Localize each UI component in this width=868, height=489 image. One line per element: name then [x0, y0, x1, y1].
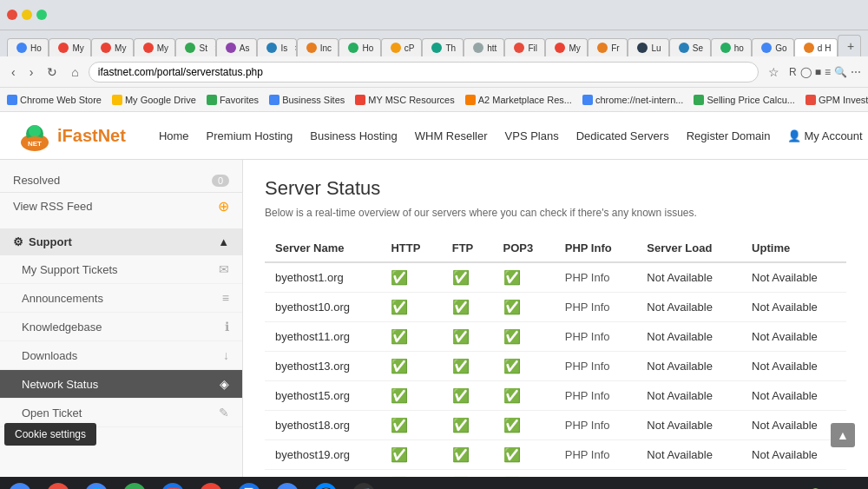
- sidebar-rss-row[interactable]: View RSS Feed ⊕: [0, 193, 242, 220]
- tab-inc[interactable]: Inc×: [297, 38, 339, 56]
- tab-bar: Ho× My× My× My× St× As× Is× Inc× Ho× cP×…: [0, 30, 868, 56]
- ftp-cell: ✅: [442, 381, 493, 411]
- taskbar-files-icon[interactable]: 🗂: [9, 483, 31, 489]
- server-load-cell: Not Available: [636, 352, 741, 381]
- taskbar-calendar-icon[interactable]: 📅: [161, 483, 184, 489]
- server-load-cell: Not Available: [636, 411, 741, 440]
- php-info-cell[interactable]: PHP Info: [555, 411, 637, 440]
- site-navigation: Home Premium Hosting Business Hosting WH…: [152, 124, 868, 148]
- tab-st[interactable]: St×: [175, 38, 215, 56]
- window-close-btn[interactable]: [7, 10, 17, 20]
- tab-is[interactable]: Is×: [257, 38, 296, 56]
- ext-icon-4[interactable]: ≡: [825, 66, 831, 78]
- sidebar-item-knowledgebase[interactable]: Knowledgebase ℹ: [0, 313, 242, 341]
- bookmark-google-drive[interactable]: My Google Drive: [112, 95, 196, 105]
- bookmark-chrome-net[interactable]: chrome://net-intern...: [582, 95, 684, 105]
- window-minimize-btn[interactable]: [22, 10, 32, 20]
- cookie-settings-bar[interactable]: Cookie settings: [4, 423, 96, 446]
- tab-my2[interactable]: My×: [91, 38, 134, 56]
- tab-fil[interactable]: Fil×: [504, 38, 545, 56]
- downloads-icon: ↓: [223, 348, 229, 362]
- ext-icon-1[interactable]: R: [789, 66, 797, 78]
- refresh-button[interactable]: ↻: [43, 63, 62, 81]
- taskbar-docs-icon[interactable]: 📄: [238, 483, 260, 489]
- tab-dh-active[interactable]: d H×: [794, 38, 838, 56]
- tab-ho3[interactable]: ho×: [711, 38, 752, 56]
- tab-htt[interactable]: htt×: [464, 38, 504, 56]
- taskbar-media-icon[interactable]: ▶: [276, 483, 299, 489]
- nav-premium-hosting[interactable]: Premium Hosting: [200, 124, 300, 148]
- address-input[interactable]: [89, 62, 759, 83]
- bookmark-a2-marketplace[interactable]: A2 Marketplace Res...: [465, 95, 572, 105]
- tab-fr[interactable]: Fr×: [588, 38, 628, 56]
- bookmark-gpm[interactable]: GPM Investments: [806, 95, 868, 105]
- sidebar-item-network-status[interactable]: Network Status ◈: [0, 370, 242, 399]
- taskbar-play-icon[interactable]: ▶: [123, 483, 146, 489]
- bookmark-star-icon[interactable]: ☆: [764, 63, 784, 81]
- php-info-cell[interactable]: PHP Info: [555, 381, 637, 411]
- tab-cp[interactable]: cP×: [381, 38, 423, 56]
- tab-go[interactable]: Go×: [752, 38, 794, 56]
- php-info-cell[interactable]: PHP Info: [555, 293, 637, 322]
- nav-dedicated-servers[interactable]: Dedicated Servers: [569, 124, 676, 148]
- php-info-link[interactable]: PHP Info: [565, 330, 610, 343]
- php-info-cell[interactable]: PHP Info: [555, 470, 637, 478]
- php-info-cell[interactable]: PHP Info: [555, 440, 637, 470]
- taskbar-terminal-icon[interactable]: 🎵: [352, 483, 375, 489]
- php-info-link[interactable]: PHP Info: [565, 448, 610, 461]
- nav-business-hosting[interactable]: Business Hosting: [303, 124, 404, 148]
- php-info-link[interactable]: PHP Info: [565, 360, 610, 373]
- tab-ho1[interactable]: Ho×: [7, 38, 49, 56]
- home-button[interactable]: ⌂: [67, 63, 82, 81]
- forward-button[interactable]: ›: [25, 63, 38, 81]
- sidebar-item-announcements[interactable]: Announcements ≡: [0, 284, 242, 313]
- bookmark-chrome-web-store[interactable]: Chrome Web Store: [7, 95, 102, 105]
- php-info-link[interactable]: PHP Info: [565, 301, 610, 314]
- back-button[interactable]: ‹: [7, 63, 20, 81]
- nav-home[interactable]: Home: [152, 124, 196, 148]
- nav-register-domain[interactable]: Register Domain: [680, 124, 778, 148]
- ext-icon-2[interactable]: ◯: [800, 66, 812, 78]
- window-maximize-btn[interactable]: [36, 10, 47, 20]
- server-name-cell: byethost18.org: [265, 411, 380, 440]
- php-info-cell[interactable]: PHP Info: [555, 322, 637, 352]
- ext-icon-5[interactable]: 🔍: [834, 66, 847, 78]
- bookmark-selling-price[interactable]: Selling Price Calcu...: [694, 95, 795, 105]
- nav-vps-plans[interactable]: VPS Plans: [498, 124, 566, 148]
- php-info-cell[interactable]: PHP Info: [555, 352, 637, 381]
- ext-icon-6[interactable]: ⋯: [851, 66, 861, 78]
- taskbar-gmail-icon[interactable]: ✉: [200, 483, 222, 489]
- collapse-icon[interactable]: ▲: [218, 235, 229, 248]
- announcements-icon: ≡: [222, 291, 229, 305]
- tab-as[interactable]: As×: [216, 38, 258, 56]
- sidebar-item-support-tickets[interactable]: My Support Tickets ✉: [0, 255, 242, 284]
- php-info-cell[interactable]: PHP Info: [555, 262, 637, 293]
- tab-ho2[interactable]: Ho×: [339, 38, 380, 56]
- taskbar-youtube-icon[interactable]: ▶: [47, 483, 69, 489]
- nav-whm-reseller[interactable]: WHM Reseller: [408, 124, 495, 148]
- scroll-top-button[interactable]: ▲: [831, 423, 855, 447]
- sidebar-item-downloads[interactable]: Downloads ↓: [0, 341, 242, 370]
- bookmark-business-sites[interactable]: Business Sites: [269, 95, 345, 105]
- resolved-label: Resolved: [13, 174, 60, 187]
- tab-se[interactable]: Se×: [669, 38, 711, 56]
- tab-new[interactable]: +: [838, 35, 861, 56]
- taskbar-chrome-icon[interactable]: 🌐: [85, 483, 108, 489]
- bookmark-msc-resources[interactable]: MY MSC Resources: [355, 95, 454, 105]
- bookmark-favorites[interactable]: Favorites: [207, 95, 259, 105]
- taskbar-messenger-icon[interactable]: 💬: [314, 483, 337, 489]
- tab-th[interactable]: Th×: [422, 38, 464, 56]
- tab-lu[interactable]: Lu×: [628, 38, 668, 56]
- tab-my4[interactable]: My×: [545, 38, 588, 56]
- ext-icon-3[interactable]: ■: [815, 66, 821, 78]
- php-info-link[interactable]: PHP Info: [565, 271, 610, 284]
- pop3-cell: ✅: [493, 440, 555, 470]
- nav-my-account[interactable]: 👤 My Account: [780, 124, 868, 148]
- php-info-link[interactable]: PHP Info: [565, 419, 610, 432]
- php-info-link[interactable]: PHP Info: [565, 389, 610, 402]
- svg-text:NET: NET: [28, 140, 42, 148]
- pop3-check-icon: ✅: [503, 447, 521, 462]
- tab-my1[interactable]: My×: [49, 38, 91, 56]
- tab-my3[interactable]: My×: [134, 38, 176, 56]
- table-row: byethost13.org ✅ ✅ ✅ PHP Info Not Availa…: [265, 352, 846, 381]
